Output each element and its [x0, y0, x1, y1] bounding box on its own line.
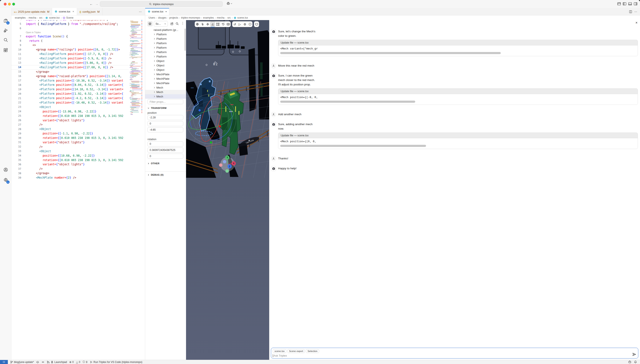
tree-item-mechplate[interactable]: MechPlate — [145, 72, 186, 76]
breadcrumb-item[interactable]: scene.tsx — [45, 16, 60, 19]
tree-item-mech[interactable]: Mech — [145, 90, 186, 94]
globe-tool-button[interactable] — [195, 21, 200, 27]
tree-item-platform[interactable]: Platform — [145, 36, 186, 41]
3d-viewport[interactable]: ↺▷⚙? 02 — [186, 20, 269, 182]
zoom-window-button[interactable] — [12, 3, 15, 6]
rotation-z-input[interactable] — [147, 154, 183, 159]
chevron-right-icon[interactable] — [153, 47, 156, 48]
breadcrumb-item[interactable]: projects — [169, 16, 178, 19]
layers-button[interactable] — [147, 21, 153, 26]
more-tabs-icon[interactable]: ⋯ — [136, 10, 145, 13]
update-file-card[interactable]: Update file — scene.tsx<Mech position={[… — [278, 88, 320, 105]
chevron-right-icon[interactable] — [153, 87, 156, 88]
forward-button[interactable]: → — [94, 2, 99, 6]
edit-scene-icon[interactable] — [170, 22, 173, 26]
chevron-right-icon[interactable] — [153, 82, 156, 84]
command-center-search[interactable]: triplex-monorepo — [100, 1, 223, 7]
tree-item-platform[interactable]: Platform — [145, 46, 186, 50]
move-tool-button[interactable] — [205, 21, 210, 27]
breadcrumb[interactable]: examples›mecha›src›scene.tsx›Scene — [12, 16, 145, 20]
breadcrumb-item[interactable]: mecha — [29, 16, 36, 19]
tree-item-raised-platform-gr-[interactable]: raised-platform (gr... — [145, 28, 186, 32]
chevron-right-icon[interactable] — [153, 64, 156, 66]
chevron-right-icon[interactable] — [153, 69, 156, 71]
tree-item-platform[interactable]: Platform — [145, 54, 186, 59]
tab-2025-june-update-mdx[interactable]: M↓X2025-june-update.mdxM — [12, 8, 52, 15]
copilot-menu-button[interactable] — [227, 2, 232, 5]
chevron-right-icon[interactable] — [153, 42, 156, 44]
update-file-card[interactable]: Update file — scene.tsx<Mech position={[… — [278, 132, 320, 149]
activity-item-extensions[interactable] — [0, 46, 12, 54]
update-file-card[interactable]: Update file — scene.tsx<Mech variant={"m… — [278, 40, 320, 56]
search-scene-icon[interactable] — [175, 22, 179, 26]
position-y-input[interactable] — [147, 121, 183, 126]
frames-tool-button[interactable] — [226, 21, 231, 27]
code-editor[interactable]: 4import { Platform } from "./components/… — [12, 20, 145, 182]
tree-item-mechplate[interactable]: MechPlate — [145, 76, 186, 81]
scene-select-dropdown[interactable]: Sc... — [154, 21, 168, 27]
rotation-y-input[interactable] — [147, 148, 183, 152]
undo-tool-button[interactable]: ↺ — [232, 21, 237, 27]
position-x-input[interactable] — [147, 115, 183, 120]
close-window-button[interactable] — [4, 3, 7, 6]
chevron-right-icon[interactable] — [153, 51, 156, 53]
breadcrumb-item[interactable]: Users — [149, 16, 155, 19]
play-tool-button[interactable]: ▷ — [237, 21, 242, 27]
filter-props-input[interactable] — [147, 99, 183, 104]
position-z-input[interactable] — [147, 127, 183, 132]
breadcrumb-item[interactable]: Scene — [63, 16, 73, 19]
comment-tool-button[interactable] — [254, 21, 259, 27]
tree-item-platform[interactable]: Platform — [145, 32, 186, 36]
breadcrumb[interactable]: Users›douges›projects›triplex-monorepo›e… — [145, 16, 320, 20]
tree-item-platform[interactable]: Platform — [145, 41, 186, 46]
tree-item-object[interactable]: Object — [145, 59, 186, 63]
tree-item-object[interactable]: Object — [145, 63, 186, 68]
breadcrumb-item[interactable]: src — [39, 16, 43, 19]
minimize-window-button[interactable] — [8, 3, 11, 6]
chevron-right-icon[interactable] — [153, 96, 156, 98]
tree-item-object[interactable]: Object — [145, 68, 186, 72]
dirty-indicator[interactable]: ● — [165, 10, 166, 13]
tab-scene-tsx-right[interactable]: scene.tsx ● — [145, 8, 169, 15]
tab-scene-tsx[interactable]: scene.tsx✕ — [52, 8, 77, 15]
other-section-header[interactable]: OTHER — [147, 162, 160, 165]
chevron-right-icon[interactable] — [153, 34, 156, 35]
tree-item-mechplate[interactable]: MechPlate — [145, 81, 186, 86]
cursor-tool-button[interactable] — [200, 21, 205, 27]
code-lens[interactable]: Open in Triplex — [12, 31, 129, 34]
gear-tool-button[interactable]: ⚙ — [242, 21, 247, 27]
breadcrumb-item[interactable]: examples — [15, 16, 26, 19]
chat-messages[interactable]: Sure, let's change the Mech's color to g… — [269, 20, 320, 182]
scale-tool-button[interactable] — [215, 21, 220, 27]
breadcrumb-item[interactable]: douges — [158, 16, 166, 19]
breadcrumb-item[interactable]: examples — [203, 16, 214, 19]
activity-item-run-debug[interactable] — [0, 26, 12, 35]
tab-config-json[interactable]: {}config.jsonM — [77, 8, 102, 15]
activity-item-settings[interactable]: 1 — [0, 176, 12, 182]
chevron-right-icon[interactable] — [153, 56, 156, 58]
chevron-right-icon[interactable] — [153, 78, 156, 80]
help-tool-button[interactable]: ? — [247, 21, 253, 27]
night-tool-button[interactable] — [221, 21, 226, 27]
black-cube[interactable] — [239, 145, 248, 156]
tree-item-mech[interactable]: Mech — [145, 86, 186, 90]
minimap[interactable] — [129, 20, 143, 182]
breadcrumb-item[interactable]: mecha — [217, 16, 225, 19]
breadcrumb-item[interactable]: triplex-monorepo — [181, 16, 200, 19]
chevron-right-icon[interactable] — [153, 38, 156, 40]
breadcrumb-item[interactable]: scene.tsx — [234, 16, 248, 19]
chevron-right-icon[interactable] — [153, 91, 156, 93]
tree-scrollbar[interactable] — [184, 28, 186, 51]
breadcrumb-item[interactable]: src — [227, 16, 231, 19]
tree-item-mech[interactable]: Mech — [145, 94, 186, 99]
back-button[interactable]: ← — [89, 2, 94, 6]
chevron-right-icon[interactable] — [153, 60, 156, 62]
tree-item-platform[interactable]: Platform — [145, 50, 186, 54]
rotate-tool-button[interactable] — [210, 21, 215, 27]
debug-section-header[interactable]: DEBUG (0) — [147, 174, 164, 176]
rotation-x-input[interactable] — [147, 142, 183, 146]
activity-item-search[interactable] — [0, 36, 12, 44]
chevron-right-icon[interactable] — [153, 73, 156, 75]
transform-section-header[interactable]: TRANSFORM — [147, 107, 166, 109]
activity-item-files[interactable]: 1 — [0, 16, 12, 25]
